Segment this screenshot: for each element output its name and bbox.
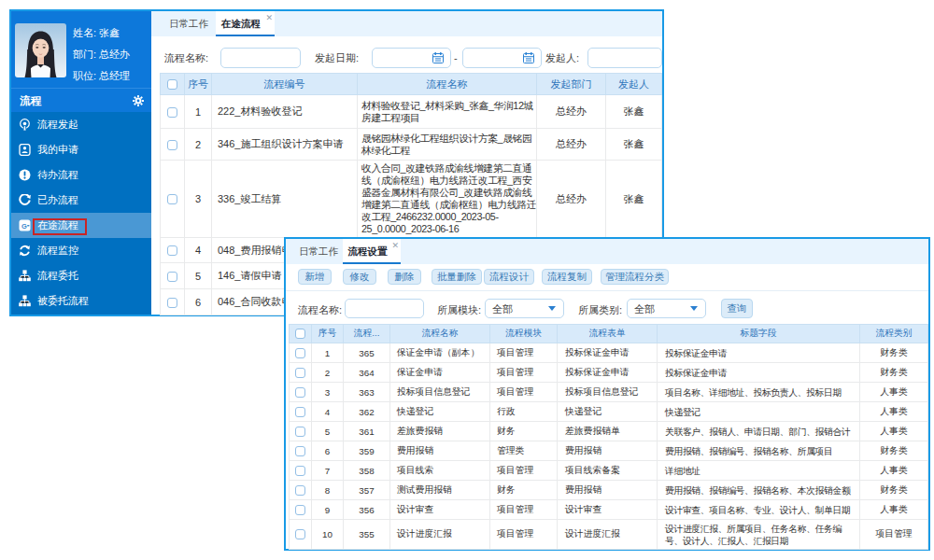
svg-text:G: G xyxy=(21,222,27,231)
